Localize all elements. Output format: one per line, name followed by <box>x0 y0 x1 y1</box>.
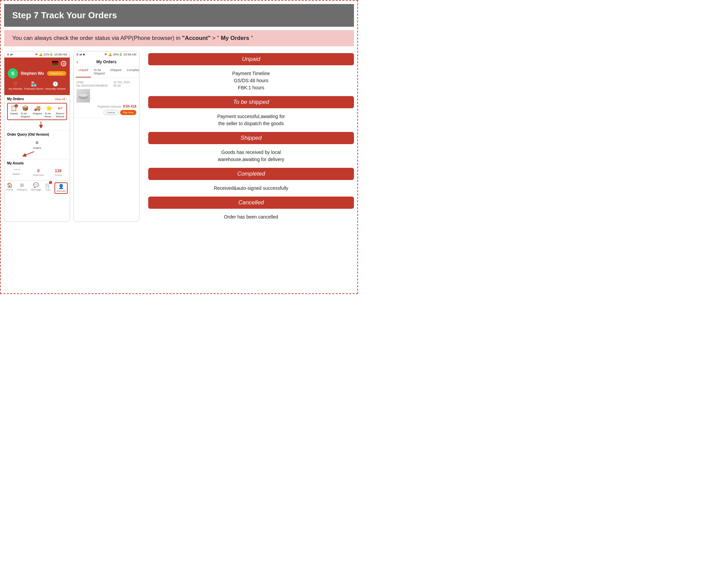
status-badge-completed: Completed <box>148 168 354 180</box>
amount-label: Payment Amount: <box>98 105 122 108</box>
tab-shipped[interactable]: Shipped <box>108 67 124 78</box>
clock-icon: 🕐 <box>52 81 58 87</box>
shipped-icon-item[interactable]: 🚚 Shipped <box>33 105 42 118</box>
return-refund-icon-item[interactable]: ↩ Return/Refund <box>56 105 64 118</box>
avatar: S <box>8 68 18 79</box>
phone1-bottom-nav: 🏠 Home ⊞ Category 💬 Message 🛒 7 Cart <box>4 180 70 195</box>
gear-icon[interactable]: ⚙ <box>61 61 66 66</box>
order-query-section: Order Query (Old Version) ≡ Orders <box>4 131 70 159</box>
message-label: Message <box>31 188 41 191</box>
status-desc-cancelled: Order has been cancelled <box>148 212 354 222</box>
checkin-button[interactable]: Check-in › <box>47 71 66 76</box>
vouchers-value: 0 <box>37 168 40 173</box>
vouchers-label: Vouchers <box>33 173 44 176</box>
status-desc-unpaid: Payment TimelineGS/DS:48 hoursFBK:1 hour… <box>148 69 354 93</box>
wallet-value: **** <box>14 168 21 172</box>
unpaid-icon-item[interactable]: 📋 1 Unpaid <box>10 105 18 118</box>
coins-value: 116 <box>55 168 62 173</box>
my-orders-title: My Orders <box>7 97 24 101</box>
phone2-header: ‹ My Orders <box>74 58 139 67</box>
vouchers-asset[interactable]: 0 Vouchers <box>33 168 44 176</box>
assets-row: **** Wallet ~ 0 Vouchers 116 Coins <box>7 167 67 178</box>
cart-nav-item[interactable]: 🛒 7 Cart <box>45 182 51 194</box>
home-icon: 🏠 <box>7 182 13 188</box>
followed-stores-nav-item[interactable]: 🏪 Followed Stores <box>24 81 43 90</box>
orders-tabs: Unpaid To be Shipped Shipped Completed <box>74 67 139 78</box>
to-be-shipped-icon: 📦 <box>22 105 29 111</box>
tab-to-be-shipped[interactable]: To be Shipped <box>91 67 108 78</box>
wallet-asset[interactable]: **** Wallet ~ <box>13 168 22 176</box>
orders-icon: ≡ <box>36 140 39 146</box>
order-date: 22 Oct, 2024 05:39 <box>113 81 136 87</box>
phone2-status-bar: B ⇄ ■ 👁 🔔 20%🔋 10:59 AM <box>74 51 139 58</box>
phone1-status-bar: B ⇄ 👁 🔔 21%🔋 10:58 AM <box>4 51 70 58</box>
shipped-icon: 🚚 <box>34 105 41 111</box>
recently-viewed-nav-item[interactable]: 🕐 Recently Viewed <box>45 81 65 90</box>
arrow-annotation <box>7 121 67 128</box>
orders-icon-item[interactable]: ≡ Orders <box>7 139 67 151</box>
user-name: Stephen Wu <box>21 71 44 76</box>
status-desc-to-be-shipped: Payment successful,awaiting forthe selle… <box>148 112 354 129</box>
return-refund-label: Return/Refund <box>56 112 64 118</box>
shipped-label: Shipped <box>33 112 42 115</box>
wallet-label: Wallet ~ <box>13 172 22 175</box>
unpaid-badge: 1 <box>15 104 18 108</box>
order-no-row: Order No.:B410226478648642 22 Oct, 2024 … <box>77 81 136 87</box>
right-panel: Unpaid Payment TimelineGS/DS:48 hoursFBK… <box>145 51 354 222</box>
paynow-button[interactable]: Pay Now <box>120 110 136 115</box>
order-number: Order No.:B410226478648642 <box>77 81 113 87</box>
phone1-screen: B ⇄ 👁 🔔 21%🔋 10:58 AM ⚙ S Stephen Wu Che… <box>4 51 70 222</box>
info-bold1: "Account" <box>182 35 210 41</box>
page-title: Step 7 Track Your Orders <box>12 10 346 21</box>
my-orders-title-row: My Orders View All › <box>7 97 67 101</box>
phone1-top-row: ⚙ <box>8 61 66 66</box>
status-desc-completed: Received&auto-signed successfully <box>148 183 354 193</box>
account-label: Account <box>57 189 66 192</box>
message-nav-item[interactable]: 💬 Message <box>31 182 41 194</box>
recently-viewed-label: Recently Viewed <box>45 87 65 90</box>
tab-unpaid[interactable]: Unpaid <box>76 67 91 78</box>
status-desc-shipped: Goods has received by localwarehouse,awa… <box>148 147 354 164</box>
my-assets-title: My Assets <box>7 161 24 165</box>
phone2-status-right: 👁 🔔 20%🔋 10:59 AM <box>104 53 136 56</box>
account-nav-item[interactable]: 👤 Account <box>55 182 68 194</box>
product-svg <box>77 90 89 102</box>
svg-point-4 <box>79 94 87 97</box>
wishlist-label: My Wishlist <box>9 87 22 90</box>
coins-label: Coins <box>55 173 62 176</box>
info-bar: You can always check the order status vi… <box>4 30 354 46</box>
review-icon: ⭐ <box>46 105 52 111</box>
category-label: Category <box>17 188 27 191</box>
phones-container: B ⇄ 👁 🔔 21%🔋 10:58 AM ⚙ S Stephen Wu Che… <box>4 51 140 222</box>
info-text-prefix: You can always check the order status vi… <box>12 35 182 41</box>
category-nav-item[interactable]: ⊞ Category <box>17 182 27 194</box>
view-all-link[interactable]: View All › <box>55 98 67 101</box>
phone1-header: ⚙ S Stephen Wu Check-in › ♡ My Wishlist … <box>4 58 70 95</box>
info-bold2: My Orders <box>220 35 249 41</box>
cart-badge-count: 7 <box>49 181 52 184</box>
cancel-button[interactable]: Cancel <box>104 110 118 115</box>
order-actions-row: Cancel Pay Now <box>77 110 136 115</box>
to-be-reviewed-icon-item[interactable]: ⭐ To beRevie... <box>45 105 53 118</box>
info-text-suffix: " <box>251 35 253 41</box>
order-amount-row: Payment Amount: KSh 418 <box>77 105 136 108</box>
header-bar: Step 7 Track Your Orders <box>4 4 354 27</box>
to-be-reviewed-label: To beRevie... <box>45 112 53 118</box>
status-badge-to-be-shipped: To be shipped <box>148 96 354 108</box>
cart-label: Cart <box>45 188 50 191</box>
my-assets-title-row: My Assets <box>7 161 67 165</box>
phone1-status-right: 👁 🔔 21%🔋 10:58 AM <box>35 53 67 56</box>
to-be-shipped-icon-item[interactable]: 📦 To beShipped <box>21 105 30 118</box>
back-button[interactable]: ‹ <box>77 59 78 65</box>
phone2-status-left: B ⇄ ■ <box>77 53 85 56</box>
wishlist-nav-item[interactable]: ♡ My Wishlist <box>9 81 22 90</box>
flag-icon <box>52 61 58 65</box>
order-query-title: Order Query (Old Version) <box>7 133 49 136</box>
main-content: B ⇄ 👁 🔔 21%🔋 10:58 AM ⚙ S Stephen Wu Che… <box>1 46 357 225</box>
coins-asset[interactable]: 116 Coins <box>55 168 62 176</box>
arrow2-svg <box>17 151 51 157</box>
product-image <box>77 89 90 103</box>
to-be-shipped-label: To beShipped <box>21 112 30 118</box>
home-nav-item[interactable]: 🏠 Home <box>6 182 13 194</box>
tab-completed[interactable]: Completed <box>124 67 140 78</box>
